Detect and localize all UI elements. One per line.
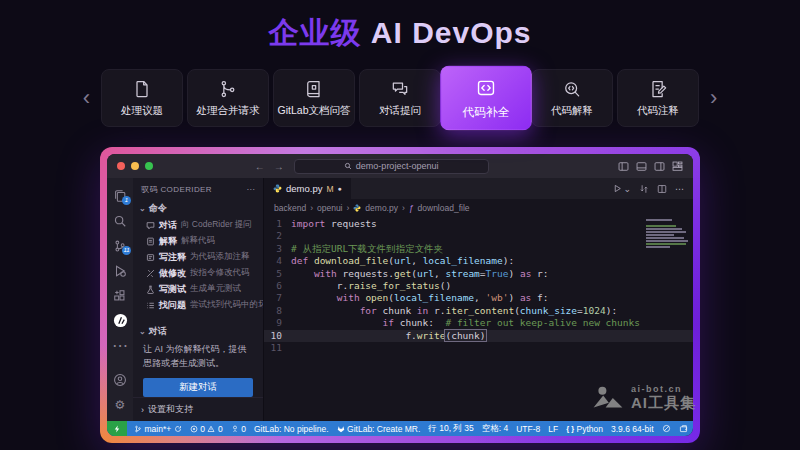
function-symbol-icon: ƒ bbox=[409, 203, 414, 213]
activity-bar: 1 11 bbox=[107, 178, 133, 421]
toggle-secondary-sidebar-icon[interactable] bbox=[654, 161, 665, 172]
account-icon[interactable] bbox=[107, 367, 133, 392]
more-views-icon[interactable]: ⋯ bbox=[107, 333, 133, 358]
tunnel-icon[interactable] bbox=[658, 424, 675, 433]
breadcrumb-item[interactable]: openui bbox=[317, 203, 343, 213]
sidebar-more-icon[interactable]: ⋯ bbox=[247, 185, 255, 194]
back-icon[interactable]: ← bbox=[255, 161, 265, 172]
tab-label: 代码注释 bbox=[637, 104, 679, 118]
tab-code-completion[interactable]: 代码补全 bbox=[440, 66, 532, 131]
warning-count: 0 bbox=[218, 424, 223, 434]
carousel-next-button[interactable]: › bbox=[708, 87, 719, 109]
breadcrumb-item[interactable]: download_file bbox=[418, 203, 470, 213]
window-titlebar: ← → demo-project-openui bbox=[107, 154, 693, 178]
page-title-rest: AI DevOps bbox=[361, 16, 531, 49]
carousel-prev-button[interactable]: ‹ bbox=[81, 87, 92, 109]
tab-label: 对话提问 bbox=[379, 104, 421, 118]
maximize-button[interactable] bbox=[145, 162, 153, 170]
dirty-indicator[interactable]: ● bbox=[338, 185, 342, 192]
chevron-left-icon: ‹ bbox=[83, 85, 90, 110]
encoding[interactable]: UTF-8 bbox=[512, 424, 544, 434]
settings-gear-icon[interactable]: ⚙ bbox=[107, 392, 133, 417]
pipeline-count-status[interactable]: 0 bbox=[227, 424, 250, 434]
chat-ask-icon bbox=[390, 79, 410, 99]
command-desc: 生成单元测试 bbox=[190, 283, 241, 295]
commands-section-label: 命令 bbox=[149, 202, 167, 215]
search-view-icon[interactable] bbox=[107, 208, 133, 233]
command-write-test[interactable]: 写测试 生成单元测试 bbox=[133, 281, 263, 297]
braces-icon: { } bbox=[566, 424, 574, 433]
error-icon bbox=[190, 425, 198, 433]
landing-page: 企业级 AI DevOps ‹ 处理议题 处理合并请求 GitLab文 bbox=[0, 0, 800, 450]
feedback-icon[interactable] bbox=[675, 424, 692, 433]
command-write-comment[interactable]: 写注释 为代码添加注释 bbox=[133, 249, 263, 265]
search-icon bbox=[344, 162, 352, 170]
compare-icon[interactable] bbox=[639, 184, 649, 194]
coderider-logo-icon[interactable] bbox=[107, 308, 133, 333]
command-center-search[interactable]: demo-project-openui bbox=[294, 159, 489, 174]
breadcrumb-separator: › bbox=[402, 203, 405, 213]
command-desc: 尝试找到代码中的坏… bbox=[190, 299, 263, 311]
pipeline-icon bbox=[231, 425, 239, 433]
settings-support-row[interactable]: › 设置和支持 bbox=[133, 397, 263, 421]
tab-code-explain[interactable]: 代码解释 bbox=[531, 69, 613, 127]
run-python-file-button[interactable]: ⌄ bbox=[613, 184, 631, 194]
indentation[interactable]: 空格: 4 bbox=[478, 423, 512, 435]
cursor-position[interactable]: 行 10, 列 35 bbox=[424, 423, 477, 435]
explorer-icon[interactable]: 1 bbox=[107, 183, 133, 208]
extensions-icon[interactable] bbox=[107, 283, 133, 308]
workspace-name: demo-project-openui bbox=[356, 161, 439, 171]
close-button[interactable] bbox=[117, 162, 125, 170]
new-chat-button[interactable]: 新建对话 bbox=[143, 378, 253, 397]
command-find-issue[interactable]: 找问题 尝试找到代码中的坏… bbox=[133, 297, 263, 313]
breadcrumb-separator: › bbox=[310, 203, 313, 213]
python-interpreter[interactable]: 3.9.6 64-bit bbox=[607, 424, 658, 434]
settings-support-label: 设置和支持 bbox=[148, 403, 193, 416]
git-branch-status[interactable]: main*+ bbox=[130, 424, 186, 434]
breadcrumb-item[interactable]: backend bbox=[274, 203, 306, 213]
merge-request-icon bbox=[218, 79, 238, 99]
problems-status[interactable]: 0 0 bbox=[186, 424, 227, 434]
gitlab-pipeline-status[interactable]: GitLab: No pipeline. bbox=[250, 424, 333, 434]
forward-icon[interactable]: → bbox=[274, 161, 284, 172]
chevron-down-icon: ⌄ bbox=[139, 204, 146, 213]
commands-section-header[interactable]: ⌄ 命令 bbox=[133, 199, 263, 217]
tab-chat-ask[interactable]: 对话提问 bbox=[359, 69, 441, 127]
command-name: 写注释 bbox=[159, 251, 186, 264]
warning-icon bbox=[207, 425, 215, 433]
split-editor-icon[interactable] bbox=[657, 184, 667, 194]
error-count: 0 bbox=[200, 424, 205, 434]
chevron-right-icon: › bbox=[141, 405, 144, 415]
ai-bot-logo-icon bbox=[592, 385, 624, 411]
eol-sequence[interactable]: LF bbox=[544, 424, 562, 434]
command-desc: 按指令修改代码 bbox=[190, 267, 250, 279]
command-explain[interactable]: 解释 解释代码 bbox=[133, 233, 263, 249]
tab-demo-py[interactable]: demo.py M ● bbox=[264, 178, 351, 199]
chat-section-header[interactable]: ⌄ 对话 bbox=[133, 322, 263, 340]
minimap[interactable] bbox=[646, 219, 690, 248]
wrench-icon bbox=[146, 269, 155, 278]
tab-gitlab-doc-qa[interactable]: GitLab文档问答 bbox=[273, 69, 355, 127]
tab-code-comment[interactable]: 代码注释 bbox=[617, 69, 699, 127]
page-title: 企业级 AI DevOps bbox=[0, 0, 800, 54]
gitlab-create-mr[interactable]: GitLab: Create MR. bbox=[333, 424, 425, 434]
source-control-icon[interactable]: 11 bbox=[107, 233, 133, 258]
tab-handle-merge-request[interactable]: 处理合并请求 bbox=[187, 69, 269, 127]
language-mode[interactable]: { } Python bbox=[562, 424, 607, 434]
toggle-panel-icon[interactable] bbox=[636, 161, 647, 172]
tab-handle-issue[interactable]: 处理议题 bbox=[101, 69, 183, 127]
customize-layout-icon[interactable] bbox=[672, 161, 683, 172]
remote-indicator[interactable] bbox=[107, 421, 127, 436]
command-modify[interactable]: 做修改 按指令修改代码 bbox=[133, 265, 263, 281]
page-title-highlight: 企业级 bbox=[268, 16, 361, 49]
command-name: 对话 bbox=[159, 219, 177, 232]
more-actions-icon[interactable]: ⋯ bbox=[675, 184, 684, 194]
coderider-sidebar: 驭码 CODERIDER ⋯ ⌄ 命令 对话 向 CodeRider 提问 bbox=[133, 178, 264, 421]
toggle-sidebar-icon[interactable] bbox=[618, 161, 629, 172]
run-debug-icon[interactable] bbox=[107, 258, 133, 283]
command-chat[interactable]: 对话 向 CodeRider 提问 bbox=[133, 217, 263, 233]
minimize-button[interactable] bbox=[131, 162, 139, 170]
breadcrumb-item[interactable]: demo.py bbox=[365, 203, 398, 213]
edit-note-icon bbox=[146, 253, 155, 262]
command-name: 写测试 bbox=[159, 283, 186, 296]
